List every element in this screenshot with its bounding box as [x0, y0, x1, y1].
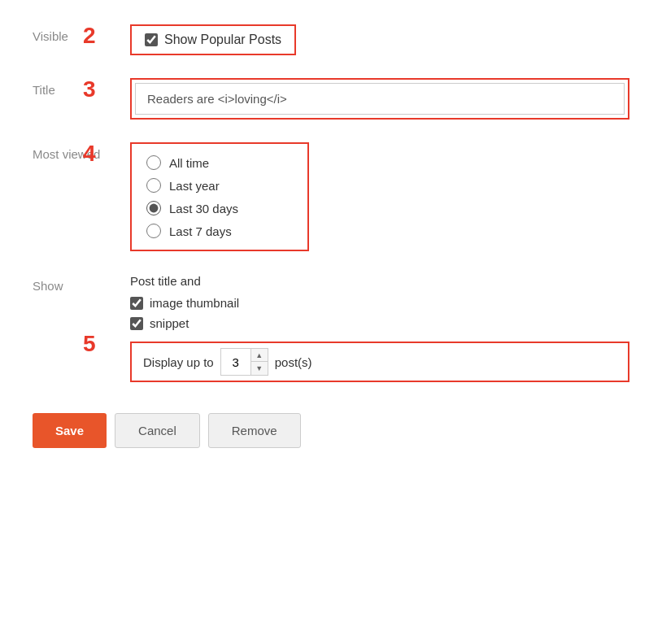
- step-3-badge: 3: [83, 76, 96, 102]
- show-content: 5 Post title and image thumbnail snippet…: [130, 274, 629, 382]
- most-viewed-row: Most viewed 4 All time Last year Last 30…: [33, 142, 629, 251]
- posts-count-spinner[interactable]: ▲ ▼: [220, 348, 268, 376]
- spinner-arrows: ▲ ▼: [250, 349, 268, 375]
- posts-count-input[interactable]: [221, 352, 250, 372]
- show-popular-posts-label: Show Popular Posts: [164, 33, 281, 47]
- spinner-up-arrow[interactable]: ▲: [251, 349, 268, 362]
- radio-all-time-input[interactable]: [146, 155, 161, 170]
- title-row: Title 3: [33, 78, 629, 120]
- snippet-checkbox-row[interactable]: snippet: [130, 316, 629, 330]
- display-up-to-wrapper: Display up to ▲ ▼ post(s): [130, 342, 629, 382]
- post-title-text: Post title and: [130, 274, 629, 288]
- step-4-badge: 4: [83, 141, 96, 167]
- visible-content: 2 Show Popular Posts: [130, 24, 629, 55]
- display-up-to-prefix: Display up to: [143, 355, 214, 369]
- show-options: Post title and image thumbnail snippet D…: [130, 274, 629, 382]
- radio-last-30-days-label: Last 30 days: [169, 202, 238, 215]
- save-button[interactable]: Save: [33, 413, 107, 448]
- title-content: 3: [130, 78, 629, 120]
- show-popular-posts-checkbox[interactable]: [145, 33, 158, 46]
- radio-last-year[interactable]: Last year: [146, 178, 293, 193]
- image-thumbnail-label: image thumbnail: [150, 296, 239, 310]
- image-thumbnail-checkbox[interactable]: [130, 297, 143, 310]
- visible-label: Visible: [33, 24, 130, 43]
- cancel-button[interactable]: Cancel: [115, 413, 200, 448]
- title-label: Title: [33, 78, 130, 97]
- step-5-badge: 5: [83, 331, 96, 357]
- radio-last-7-days-input[interactable]: [146, 224, 161, 238]
- most-viewed-radio-group: All time Last year Last 30 days Last 7 d…: [130, 142, 309, 251]
- title-input[interactable]: [135, 83, 625, 115]
- snippet-checkbox[interactable]: [130, 317, 143, 330]
- radio-last-7-days-label: Last 7 days: [169, 224, 232, 238]
- show-label: Show: [33, 274, 130, 293]
- visible-row: Visible 2 Show Popular Posts: [33, 24, 629, 55]
- step-2-badge: 2: [83, 23, 96, 49]
- title-input-wrapper: [130, 78, 629, 120]
- radio-last-30-days[interactable]: Last 30 days: [146, 201, 293, 215]
- display-up-to-suffix: post(s): [275, 355, 312, 369]
- show-row: Show 5 Post title and image thumbnail sn…: [33, 274, 629, 382]
- most-viewed-content: 4 All time Last year Last 30 days Last 7…: [130, 142, 629, 251]
- remove-button[interactable]: Remove: [208, 413, 301, 448]
- snippet-label: snippet: [150, 316, 189, 330]
- radio-last-year-input[interactable]: [146, 178, 161, 193]
- radio-last-year-label: Last year: [169, 179, 220, 193]
- spinner-down-arrow[interactable]: ▼: [251, 362, 268, 375]
- radio-all-time-label: All time: [169, 156, 209, 170]
- radio-last-7-days[interactable]: Last 7 days: [146, 224, 293, 238]
- image-thumbnail-checkbox-row[interactable]: image thumbnail: [130, 296, 629, 310]
- buttons-row: Save Cancel Remove: [33, 405, 629, 448]
- most-viewed-label: Most viewed: [33, 142, 130, 161]
- radio-all-time[interactable]: All time: [146, 155, 293, 170]
- show-popular-posts-checkbox-container[interactable]: Show Popular Posts: [130, 24, 296, 55]
- radio-last-30-days-input[interactable]: [146, 201, 161, 215]
